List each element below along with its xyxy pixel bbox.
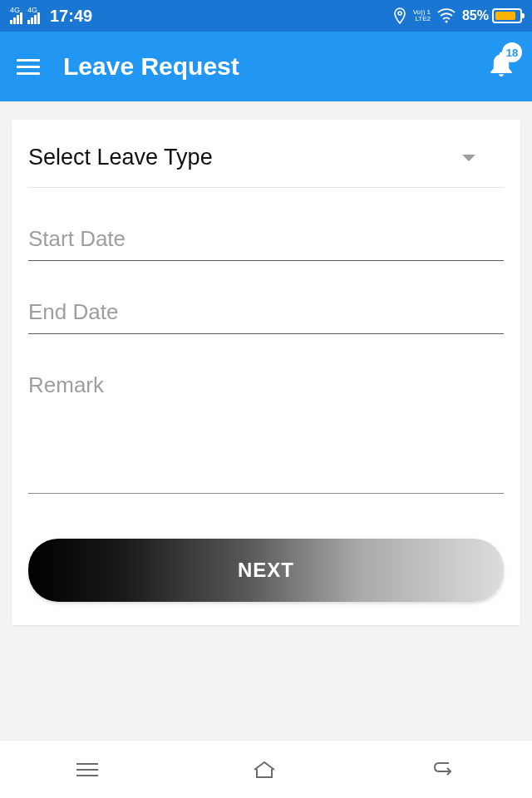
- leave-request-form: Select Leave Type NEXT: [12, 120, 520, 625]
- back-icon[interactable]: [431, 760, 456, 780]
- location-icon: [393, 7, 406, 24]
- status-bar: 4G 4G 17:49 Vo)) 1 LTE2 85%: [0, 0, 532, 32]
- leave-type-label: Select Leave Type: [28, 145, 213, 170]
- svg-point-1: [445, 21, 447, 23]
- leave-type-dropdown[interactable]: Select Leave Type: [28, 145, 504, 188]
- recents-icon[interactable]: [76, 763, 98, 776]
- chevron-down-icon: [462, 155, 475, 161]
- volte-icon: Vo)) 1 LTE2: [413, 9, 431, 22]
- home-icon[interactable]: [252, 760, 277, 780]
- signal-icon-1: 4G: [10, 7, 22, 24]
- notifications-button[interactable]: 18: [487, 49, 515, 84]
- clock: 17:49: [50, 7, 92, 26]
- start-date-input[interactable]: [28, 223, 504, 261]
- battery-indicator: 85%: [462, 8, 522, 23]
- end-date-input[interactable]: [28, 296, 504, 334]
- battery-icon: [492, 8, 522, 23]
- system-nav-bar: [0, 740, 532, 798]
- wifi-icon: [437, 8, 456, 23]
- page-title: Leave Request: [63, 52, 464, 81]
- menu-icon[interactable]: [17, 59, 40, 75]
- status-right: Vo)) 1 LTE2 85%: [393, 7, 522, 24]
- remark-input[interactable]: [28, 369, 504, 494]
- svg-point-0: [398, 12, 401, 15]
- notification-badge: 18: [502, 42, 522, 62]
- signal-icon-2: 4G: [27, 7, 40, 24]
- next-button[interactable]: NEXT: [28, 539, 504, 602]
- app-bar: Leave Request 18: [0, 32, 532, 101]
- status-left: 4G 4G 17:49: [10, 7, 92, 26]
